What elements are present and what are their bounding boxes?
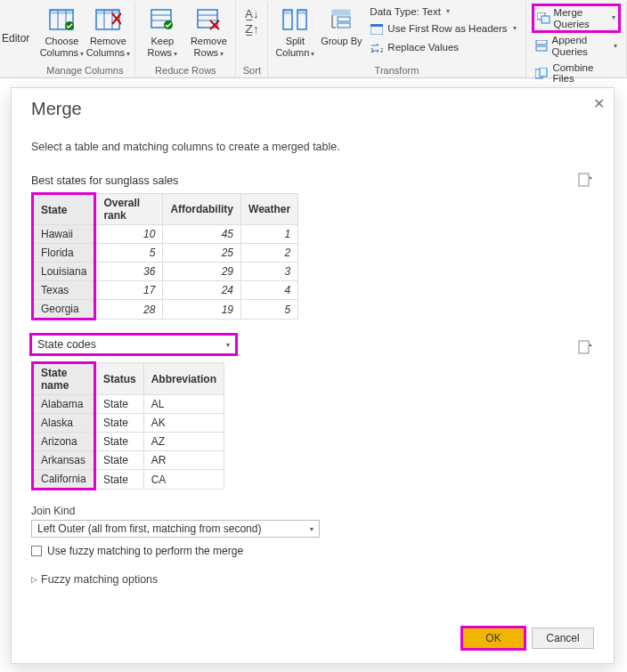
group-by-label: Group By — [321, 36, 362, 47]
fuzzy-options-expander[interactable]: ▷ Fuzzy matching options — [31, 573, 594, 586]
svg-rect-22 — [283, 10, 292, 14]
table-row[interactable]: ArizonaStateAZ — [33, 433, 224, 451]
refresh-icon[interactable] — [578, 173, 594, 189]
table-row[interactable]: Hawaii10451 — [33, 225, 298, 244]
cancel-button[interactable]: Cancel — [532, 627, 594, 649]
table-header-icon — [370, 22, 384, 36]
svg-rect-25 — [338, 17, 350, 21]
replace-values-button[interactable]: 1→2 Replace Values — [368, 40, 517, 56]
keep-rows-button[interactable]: Keep Rows▾ — [139, 4, 185, 60]
column-header[interactable]: Abbreviation — [143, 363, 224, 395]
column-header[interactable]: State — [33, 194, 95, 225]
combine-files-icon — [535, 66, 550, 80]
table-cell: 45 — [163, 225, 241, 244]
split-column-button[interactable]: Split Column▾ — [272, 4, 318, 60]
append-icon — [535, 39, 549, 53]
svg-rect-33 — [542, 16, 550, 23]
transform-group-label: Transform — [375, 64, 419, 76]
first-row-label: Use First Row as Headers — [387, 23, 507, 35]
table-cell: Arkansas — [33, 451, 95, 470]
column-header[interactable]: State name — [33, 363, 95, 395]
manage-columns-group-label: Manage Columns — [46, 64, 123, 76]
merge-icon — [537, 12, 550, 26]
ok-button[interactable]: OK — [462, 627, 525, 649]
column-header[interactable]: Affordability — [163, 194, 241, 225]
table-cell: 5 — [95, 244, 163, 263]
table-cell: 24 — [163, 281, 241, 300]
dialog-title: Merge — [31, 99, 594, 119]
table-row[interactable]: AlabamaStateAL — [33, 395, 224, 414]
checkbox-icon — [31, 546, 42, 556]
group-by-button[interactable]: Group By — [318, 4, 364, 49]
group-combine: Merge Queries▾ Append Queries▾ Combine F… — [526, 2, 627, 77]
remove-columns-button[interactable]: Remove Columns▾ — [85, 4, 131, 60]
svg-rect-1 — [50, 10, 73, 14]
svg-rect-23 — [297, 10, 306, 14]
table2-preview[interactable]: State nameStatusAbbreviationAlabamaState… — [31, 361, 224, 490]
replace-label: Replace Values — [387, 42, 459, 53]
table-cell: 17 — [95, 281, 163, 300]
keep-rows-label: Keep Rows▾ — [140, 36, 184, 58]
table-choose-icon — [45, 5, 77, 34]
chevron-down-icon: ▾ — [226, 341, 230, 349]
svg-rect-26 — [338, 23, 350, 28]
sort-asc-button[interactable]: A̲↓ — [245, 7, 259, 20]
table-cell: 25 — [163, 244, 241, 263]
table-row[interactable]: ArkansasStateAR — [33, 451, 224, 470]
remove-rows-button[interactable]: Remove Rows▾ — [185, 4, 232, 60]
table-cell: Alabama — [33, 395, 95, 414]
data-type-label: Data Type: Text — [370, 6, 440, 18]
append-queries-button[interactable]: Append Queries▾ — [533, 34, 619, 58]
join-kind-select[interactable]: Left Outer (all from first, matching fro… — [31, 520, 320, 538]
svg-rect-38 — [579, 174, 589, 186]
table-row[interactable]: Louisiana36293 — [33, 263, 298, 281]
table-row[interactable]: Florida5252 — [33, 244, 298, 263]
table-cell: Alaska — [33, 414, 95, 433]
fuzzy-matching-checkbox[interactable]: Use fuzzy matching to perform the merge — [31, 545, 594, 557]
merge-queries-label: Merge Queries — [554, 7, 607, 29]
group-by-icon — [325, 5, 357, 34]
table1-preview[interactable]: StateOverall rankAffordabilityWeatherHaw… — [31, 192, 298, 320]
data-type-button[interactable]: Data Type: Text▾ — [368, 5, 517, 19]
dialog-instruction: Select a table and matching columns to c… — [31, 141, 594, 153]
table-cell: AZ — [143, 433, 224, 451]
table-row[interactable]: Georgia28195 — [33, 300, 298, 320]
table-row[interactable]: CaliforniaStateCA — [33, 470, 224, 490]
table-row[interactable]: Texas17244 — [33, 281, 298, 300]
close-icon[interactable]: ✕ — [593, 95, 605, 112]
column-header[interactable]: Weather — [241, 194, 298, 225]
join-kind-value: Left Outer (all from first, matching fro… — [37, 522, 261, 535]
choose-columns-button[interactable]: Choose Columns▾ — [38, 4, 85, 60]
keep-rows-icon — [146, 5, 178, 34]
merge-queries-button[interactable]: Merge Queries▾ — [533, 5, 619, 31]
fuzzy-matching-label: Use fuzzy matching to perform the merge — [47, 545, 243, 557]
table-row[interactable]: AlaskaStateAK — [33, 414, 224, 433]
svg-rect-6 — [96, 10, 119, 14]
first-row-headers-button[interactable]: Use First Row as Headers▾ — [368, 21, 517, 37]
table-cell: 10 — [95, 225, 163, 244]
chevron-right-icon: ▷ — [31, 575, 37, 584]
column-header[interactable]: Status — [95, 363, 144, 395]
table-cell: CA — [143, 470, 224, 490]
column-header[interactable]: Overall rank — [95, 194, 163, 225]
refresh-icon-2[interactable] — [578, 340, 594, 356]
table-cell: 4 — [241, 281, 298, 300]
table2-select[interactable]: State codes ▾ — [31, 335, 236, 354]
table-cell: Arizona — [33, 433, 95, 451]
remove-columns-label: Remove Columns▾ — [86, 36, 130, 58]
table-cell: AR — [143, 451, 224, 470]
svg-rect-30 — [370, 24, 383, 27]
table-cell: 29 — [163, 263, 241, 281]
sort-group-label: Sort — [243, 64, 261, 76]
group-sort: A̲↓ Z̲↑ Sort — [236, 2, 268, 77]
table-cell: State — [95, 470, 144, 490]
svg-rect-37 — [540, 68, 547, 77]
table-cell: Texas — [33, 281, 95, 300]
combine-files-label: Combine Files — [552, 62, 617, 85]
table-cell: State — [95, 433, 144, 451]
sort-desc-button[interactable]: Z̲↑ — [245, 22, 259, 36]
table-cell: State — [95, 451, 144, 470]
table-cell: 1 — [241, 225, 298, 244]
choose-columns-label: Choose Columns▾ — [39, 36, 84, 58]
combine-files-button[interactable]: Combine Files — [533, 61, 619, 85]
